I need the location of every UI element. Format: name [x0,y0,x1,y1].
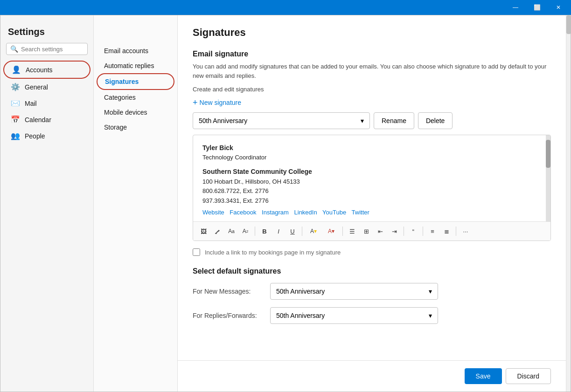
subnav-label: Email accounts [104,47,148,55]
toolbar-highlight-button[interactable]: A▾ [305,225,322,238]
search-box[interactable]: 🔍 [6,43,88,55]
bottom-bar: Save Discard [178,360,566,392]
toolbar-superscript-button[interactable]: A2 [239,225,252,238]
toolbar-indent-less-button[interactable]: ⇤ [374,225,387,238]
signature-dropdown[interactable]: 50th Anniversary ▾ [193,112,370,129]
bookings-row: Include a link to my bookings page in my… [193,248,551,256]
toolbar-italic-button[interactable]: I [272,225,285,238]
sig-links: Website Facebook Instagram LinkedIn YouT… [202,208,541,218]
new-signature-label: New signature [200,99,242,106]
sidebar-item-accounts[interactable]: 👤 Accounts [3,61,91,79]
sidebar-item-label: Mail [25,100,37,107]
replies-row: For Replies/Forwards: 50th Anniversary ▾ [193,307,551,324]
sig-phone2: 937.393.3431, Ext. 2776 [202,196,541,206]
subnav-storage[interactable]: Storage [97,120,174,135]
default-sig-title: Select default signatures [193,267,551,275]
replies-label: For Replies/Forwards: [193,312,263,319]
toolbar-separator-6 [456,227,456,236]
toolbar-numbering-button[interactable]: ⊞ [360,225,373,238]
save-button[interactable]: Save [465,368,502,384]
toolbar-bullets-button[interactable]: ☰ [346,225,359,238]
replies-dropdown[interactable]: 50th Anniversary ▾ [270,307,438,324]
subnav-label: Categories [104,94,136,101]
title-bar: — ⬜ ✕ [0,0,571,15]
toolbar-indent-more-button[interactable]: ⇥ [388,225,401,238]
mail-icon: ✉️ [11,99,20,108]
subnav-label: Signatures [105,78,139,85]
page-title: Signatures [193,27,551,39]
accounts-icon: 👤 [12,65,21,74]
sidebar-item-label: People [25,132,45,140]
sig-title: Technology Coordinator [202,153,541,163]
toolbar-more-button[interactable]: ··· [459,225,472,238]
sidebar-title: Settings [0,23,93,43]
new-messages-row: For New Messages: 50th Anniversary ▾ [193,283,551,300]
subnav-label: Mobile devices [104,109,147,116]
close-button[interactable]: ✕ [548,0,569,15]
signature-editor[interactable]: Tyler Bick Technology Coordinator Southe… [193,135,551,241]
sig-link-facebook[interactable]: Facebook [230,209,256,216]
toolbar-eraser-button[interactable] [211,225,224,238]
sidebar-item-people[interactable]: 👥 People [3,128,91,144]
sidebar-item-label: General [25,83,48,91]
toolbar-justify-button[interactable]: ≣ [440,225,453,238]
toolbar-align-left-button[interactable]: ≡ [426,225,439,238]
dropdown-chevron-icon: ▾ [361,117,364,124]
sig-description: You can add and modify signatures that c… [193,62,551,80]
discard-button[interactable]: Discard [506,368,551,384]
sig-name: Tyler Bick [202,143,541,153]
toolbar-underline-button[interactable]: U [286,225,299,238]
delete-button[interactable]: Delete [418,112,453,129]
maximize-button[interactable]: ⬜ [526,0,548,15]
new-messages-chevron-icon: ▾ [429,288,432,295]
subnav-automatic-replies[interactable]: Automatic replies [97,58,174,73]
toolbar-font-size-button[interactable]: Aa [225,225,238,238]
rename-button[interactable]: Rename [374,112,414,129]
plus-icon: + [193,98,198,107]
editor-scrollbar[interactable] [546,135,550,222]
toolbar-quote-button[interactable]: “ [407,225,420,238]
toolbar-separator-2 [302,227,302,236]
new-messages-dropdown[interactable]: 50th Anniversary ▾ [270,283,438,300]
toolbar-bold-button[interactable]: B [258,225,271,238]
replies-value: 50th Anniversary [276,312,325,319]
selected-sig-label: 50th Anniversary [199,117,247,124]
sidebar: Settings 🔍 👤 Accounts ⚙️ General ✉️ Mail… [0,15,94,392]
sig-link-twitter[interactable]: Twitter [352,209,369,216]
sub-nav: Email accounts Automatic replies Signatu… [94,15,178,392]
sidebar-item-calendar[interactable]: 📅 Calendar [3,111,91,128]
subnav-email-accounts[interactable]: Email accounts [97,43,174,58]
search-input[interactable] [21,46,84,53]
sig-link-instagram[interactable]: Instagram [262,209,289,216]
minimize-button[interactable]: — [505,0,526,15]
subnav-categories[interactable]: Categories [97,90,174,105]
settings-window: Settings 🔍 👤 Accounts ⚙️ General ✉️ Mail… [0,15,571,392]
subnav-mobile-devices[interactable]: Mobile devices [97,105,174,120]
sidebar-item-mail[interactable]: ✉️ Mail [3,95,91,111]
toolbar-separator-5 [423,227,423,236]
sig-content-area[interactable]: Tyler Bick Technology Coordinator Southe… [193,135,550,221]
logo-arrow-icon: ➤ [202,220,209,221]
search-icon: 🔍 [10,45,18,53]
sig-link-linkedin[interactable]: LinkedIn [294,209,317,216]
create-label: Create and edit signatures [193,86,551,93]
sig-address: 100 Hobart Dr., Hillsboro, OH 45133 [202,177,541,187]
sig-link-youtube[interactable]: YouTube [322,209,346,216]
sidebar-item-general[interactable]: ⚙️ General [3,79,91,95]
new-signature-button[interactable]: + New signature [193,98,241,107]
toolbar-image-button[interactable]: 🖼 [197,225,210,238]
subnav-label: Automatic replies [104,62,154,69]
bookings-checkbox[interactable] [193,248,200,256]
email-sig-section: Email signature You can add and modify s… [193,50,551,324]
content-area: Signatures Email signature You can add a… [178,15,566,360]
sig-org: Southern State Community College [202,166,541,177]
sig-select-row: 50th Anniversary ▾ Rename Delete [193,112,551,129]
right-scrollbar[interactable] [566,15,571,392]
new-messages-value: 50th Anniversary [276,288,325,295]
toolbar-separator-4 [404,227,404,236]
replies-chevron-icon: ▾ [429,312,432,319]
subnav-signatures[interactable]: Signatures [97,73,174,90]
calendar-icon: 📅 [11,115,20,124]
toolbar-font-color-button[interactable]: A▾ [323,225,340,238]
sig-link-website[interactable]: Website [202,209,224,216]
